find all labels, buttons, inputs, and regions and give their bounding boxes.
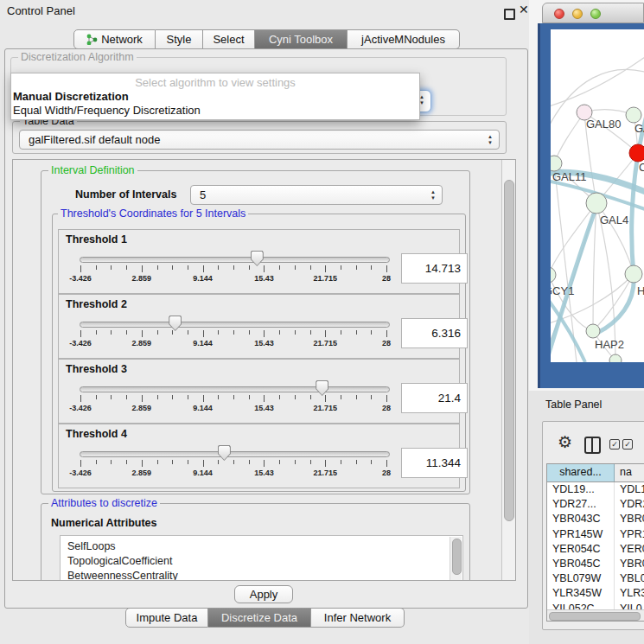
- cell-name[interactable]: YDL1: [615, 482, 644, 497]
- apply-button[interactable]: Apply: [234, 585, 293, 603]
- threshold-value-field[interactable]: 14.713: [401, 253, 468, 284]
- cell-shared-name[interactable]: YDR27...: [547, 497, 615, 512]
- tab-style[interactable]: Style: [156, 29, 203, 49]
- cell-name[interactable]: YBL0: [615, 571, 644, 586]
- tab-network[interactable]: Network: [73, 29, 156, 49]
- column-header-name[interactable]: na: [615, 464, 644, 481]
- slider-tick: [111, 330, 112, 335]
- slider-tick: [386, 460, 387, 467]
- cell-shared-name[interactable]: YER054C: [547, 542, 615, 557]
- cell-name[interactable]: YER0: [615, 542, 644, 557]
- minimize-traffic-light-icon[interactable]: [572, 9, 583, 19]
- network-node-c[interactable]: [629, 144, 644, 162]
- network-edge[interactable]: [554, 112, 584, 163]
- slider-thumb[interactable]: [218, 445, 231, 461]
- slider-thumb[interactable]: [169, 316, 182, 331]
- algorithm-option[interactable]: Manual Discretization: [13, 90, 129, 103]
- cell-name[interactable]: YBR0: [615, 557, 644, 571]
- network-canvas[interactable]: GAL80GACGAL11GAL4GCY1HHAP2: [551, 29, 644, 362]
- slider-tick-label: 9.144: [184, 274, 222, 283]
- network-edge[interactable]: [593, 203, 596, 331]
- cell-shared-name[interactable]: YBR045C: [547, 557, 615, 571]
- tab-discretize-data[interactable]: Discretize Data: [208, 608, 311, 628]
- tab-infer-network[interactable]: Infer Network: [311, 608, 405, 628]
- columns-icon[interactable]: [584, 437, 601, 454]
- table-row[interactable]: YBR045CYBR0: [547, 557, 644, 571]
- algorithm-option[interactable]: Equal Width/Frequency Discretization: [13, 104, 201, 117]
- slider-track[interactable]: [80, 451, 390, 457]
- attributes-scrollbar-thumb[interactable]: [452, 539, 462, 575]
- slider-thumb-face: [316, 381, 328, 395]
- table-data-combobox[interactable]: galFiltered.sif default node ▲▼: [19, 130, 500, 150]
- slider-tick: [264, 330, 265, 337]
- slider-track[interactable]: [80, 322, 390, 328]
- settings-scrollbar[interactable]: [501, 160, 515, 580]
- tab-select[interactable]: Select: [203, 29, 255, 49]
- slider-thumb[interactable]: [251, 251, 264, 266]
- network-node-unlabeled[interactable]: [609, 354, 622, 362]
- threshold-value-field[interactable]: 11.344: [401, 448, 468, 478]
- cell-name[interactable]: YBR0: [615, 512, 644, 526]
- cell-name[interactable]: YPR1: [615, 527, 644, 542]
- threshold-value-field[interactable]: 21.4: [401, 383, 468, 413]
- table-hscrollbar-thumb[interactable]: [549, 612, 641, 621]
- checkbox-icon[interactable]: ✓: [622, 439, 633, 450]
- attribute-list-item[interactable]: TopologicalCoefficient: [61, 554, 462, 569]
- cell-shared-name[interactable]: YLR345W: [547, 586, 615, 601]
- table-row[interactable]: YLR345WYLR3: [547, 586, 644, 601]
- slider-thumb-face: [169, 316, 181, 330]
- cell-name[interactable]: YDR2: [615, 497, 644, 512]
- slider-tick-label: 9.144: [184, 404, 222, 412]
- network-node-h[interactable]: [625, 265, 642, 283]
- float-window-icon[interactable]: [504, 9, 515, 20]
- table-row[interactable]: YER054CYER0: [547, 542, 644, 557]
- network-node-gcy1[interactable]: [551, 267, 556, 283]
- table-horizontal-scrollbar[interactable]: [547, 609, 644, 622]
- attribute-list-item[interactable]: SelfLoops: [61, 539, 462, 554]
- attribute-list-item[interactable]: BetweennessCentrality: [61, 569, 462, 581]
- attributes-scrollbar[interactable]: [450, 537, 462, 581]
- slider-tick: [325, 330, 326, 337]
- slider-track[interactable]: [80, 257, 390, 263]
- table-row[interactable]: YPR145WYPR1: [547, 527, 644, 542]
- settings-scrollbar-thumb[interactable]: [504, 180, 514, 521]
- column-header-shared-name[interactable]: shared...: [547, 464, 615, 481]
- table-row[interactable]: YBL079WYBL0: [547, 571, 644, 586]
- slider-tick: [325, 460, 326, 467]
- network-node-ga[interactable]: [626, 107, 641, 123]
- cell-shared-name[interactable]: YDL19...: [547, 482, 615, 497]
- attributes-group-title: Attributes to discretize: [48, 497, 160, 509]
- numerical-attributes-list: SelfLoopsTopologicalCoefficientBetweenne…: [60, 535, 463, 581]
- network-window-titlebar[interactable]: [542, 3, 644, 23]
- checkbox-icon[interactable]: ✓: [609, 439, 620, 450]
- cell-shared-name[interactable]: YPR145W: [547, 527, 615, 542]
- numerical-attributes-label: Numerical Attributes: [51, 517, 156, 529]
- slider-tick: [157, 395, 158, 399]
- close-icon[interactable]: ✕: [519, 3, 529, 16]
- table-row[interactable]: YBR043CYBR0: [547, 512, 644, 526]
- close-traffic-light-icon[interactable]: [554, 9, 564, 19]
- tab-cyni-toolbox[interactable]: Cyni Toolbox: [255, 29, 348, 49]
- network-node-gal4[interactable]: [586, 193, 607, 214]
- number-of-intervals-combobox[interactable]: 5 ▲▼: [190, 185, 443, 205]
- zoom-traffic-light-icon[interactable]: [590, 9, 601, 19]
- network-node-hap2[interactable]: [586, 324, 600, 338]
- cell-shared-name[interactable]: YBL079W: [547, 571, 615, 586]
- threshold-value-field[interactable]: 6.316: [401, 318, 468, 348]
- slider-tick-label: 28: [367, 404, 405, 412]
- cell-shared-name[interactable]: YBR043C: [547, 512, 615, 526]
- slider-track[interactable]: [80, 386, 390, 392]
- tab-impute-data[interactable]: Impute Data: [125, 608, 208, 628]
- table-row[interactable]: YDL19...YDL1: [547, 482, 644, 497]
- network-node-gal11[interactable]: [551, 156, 562, 171]
- threshold-label: Threshold 3: [66, 363, 127, 375]
- slider-thumb[interactable]: [316, 380, 328, 396]
- cell-name[interactable]: YLR3: [615, 586, 644, 601]
- network-edge[interactable]: [551, 203, 596, 275]
- tab-jactivemnodules[interactable]: jActiveMNodules: [348, 29, 460, 49]
- network-edge[interactable]: [551, 55, 644, 107]
- slider-tick: [279, 330, 280, 335]
- table-row[interactable]: YDR27...YDR2: [547, 497, 644, 512]
- gear-icon[interactable]: ⚙: [558, 432, 572, 452]
- slider-tick: [295, 460, 296, 464]
